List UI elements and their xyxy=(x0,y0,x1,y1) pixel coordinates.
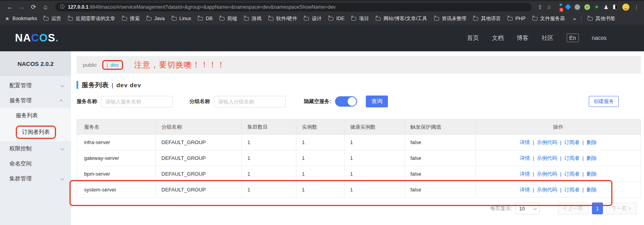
pin-extension-icon[interactable]: ♟ xyxy=(603,4,608,10)
bookmark-folder[interactable]: 运营 xyxy=(43,15,61,22)
service-name-input[interactable] xyxy=(101,96,173,107)
action-delete[interactable]: 删除 xyxy=(586,155,597,161)
sidebar-item-label: 服务列表 xyxy=(16,112,63,119)
page-title-namespace: dev dev xyxy=(116,82,141,88)
bookmarks-overflow-icon[interactable]: » xyxy=(573,16,576,22)
chevron-down-icon xyxy=(533,206,537,210)
green-star-extension-icon[interactable]: ✶ xyxy=(594,4,599,11)
action-sample-code[interactable]: 示例代码 xyxy=(537,155,557,161)
action-separator: | xyxy=(560,171,561,177)
bookmark-folder[interactable]: 项目 xyxy=(351,15,369,22)
sphere-extension-icon[interactable] xyxy=(575,4,580,10)
nav-blog[interactable]: 博客 xyxy=(517,34,529,42)
action-sample-code[interactable]: 示例代码 xyxy=(537,187,557,193)
username[interactable]: nacos xyxy=(592,35,607,41)
folder-icon xyxy=(507,17,513,21)
bookmark-folder[interactable]: Linux xyxy=(172,16,191,21)
namespace-public[interactable]: public xyxy=(83,62,97,68)
folder-icon xyxy=(268,17,273,21)
bookmark-folder[interactable]: 前端 xyxy=(219,15,237,22)
bookmark-folder[interactable]: 资讯未整理 xyxy=(434,15,467,22)
prev-page-button[interactable]: < 上一页 xyxy=(558,202,589,214)
sidebar-item-subscriber-list[interactable]: 订阅者列表 xyxy=(0,123,71,141)
action-delete[interactable]: 删除 xyxy=(586,187,597,193)
search-button[interactable]: 查询 xyxy=(366,96,388,107)
bookmark-folder[interactable]: 游戏 xyxy=(244,15,262,22)
green-circle-extension-icon[interactable] xyxy=(584,4,590,10)
action-sample-code[interactable]: 示例代码 xyxy=(537,139,557,145)
bookmark-folder[interactable]: 软件/硬件 xyxy=(268,15,297,22)
bookmark-folder[interactable]: 设计 xyxy=(304,15,322,22)
page-size-select[interactable]: 10 xyxy=(515,202,540,214)
bookmark-folder-label: 项目 xyxy=(359,15,369,22)
group-name-input[interactable] xyxy=(214,96,286,107)
hide-empty-service-toggle[interactable] xyxy=(335,96,357,107)
page-title: 服务列表 | dev dev xyxy=(77,80,641,90)
namespace-bar: public | dev 注意，要切换噢！！！！ xyxy=(77,56,641,73)
sidebar-item-cluster-management[interactable]: 集群管理 xyxy=(0,171,71,186)
share-icon[interactable]: ⇧ xyxy=(538,4,543,10)
bookmark-folder[interactable]: 文件服务器 xyxy=(532,15,565,22)
contrast-extension-icon[interactable] xyxy=(613,4,618,9)
bookmark-folder-label: 游戏 xyxy=(252,15,262,22)
bookmark-folder[interactable]: PHP xyxy=(507,16,526,21)
back-icon[interactable]: ← xyxy=(5,1,15,13)
bookmark-folder[interactable]: 网站/博客/文章/工具 xyxy=(376,15,427,22)
create-service-button[interactable]: 创建服务 xyxy=(589,96,619,107)
annotation-warning-text: 注意，要切换噢！！！！ xyxy=(134,60,225,70)
reload-icon[interactable]: ⟳ xyxy=(28,1,39,13)
language-toggle[interactable]: En xyxy=(567,34,579,42)
bookmark-folder-label: IDE xyxy=(336,16,344,21)
bookmark-folder[interactable]: DB xyxy=(198,16,212,21)
group-name-cell: DEFAULT_GROUP xyxy=(156,182,242,198)
group-name-cell: DEFAULT_GROUP xyxy=(156,135,242,150)
sidebar-item-config-management[interactable]: 配置管理 xyxy=(0,78,71,93)
action-detail[interactable]: 详情 xyxy=(520,187,530,193)
bookmark-folder[interactable]: 近期需要读的文章 xyxy=(68,15,115,22)
sidebar-item-service-management[interactable]: 服务管理 xyxy=(0,93,71,108)
bookmark-folder[interactable]: Java xyxy=(146,16,165,21)
home-icon[interactable]: ⌂ xyxy=(40,1,51,13)
profile-avatar[interactable] xyxy=(622,4,629,11)
action-detail[interactable]: 详情 xyxy=(520,171,530,177)
sidebar-item-namespace[interactable]: 命名空间 xyxy=(0,156,71,171)
bookmark-folder-label: 近期需要读的文章 xyxy=(76,15,115,22)
nacos-logo[interactable]: NACOS. xyxy=(15,32,59,44)
service-name-cell: bpm-server xyxy=(77,166,156,182)
bookmark-star-icon[interactable]: ☆ xyxy=(547,4,552,10)
page-size-value: 10 xyxy=(519,206,525,212)
bookmark-folder[interactable]: 搜索 xyxy=(122,15,140,22)
action-delete[interactable]: 删除 xyxy=(586,139,597,145)
protect-threshold-cell: false xyxy=(405,182,476,198)
sidebar-item-service-list[interactable]: 服务列表 xyxy=(0,108,71,123)
namespace-dev[interactable]: dev xyxy=(110,62,119,68)
action-delete[interactable]: 删除 xyxy=(586,171,597,177)
nav-home[interactable]: 首页 xyxy=(467,34,479,42)
group-name-cell: DEFAULT_GROUP xyxy=(156,150,242,166)
action-subscribers[interactable]: 订阅者 xyxy=(564,171,580,177)
bookmark-folder[interactable]: 其他语言 xyxy=(473,15,501,22)
action-detail[interactable]: 详情 xyxy=(520,139,530,145)
bookmarks-label[interactable]: Bookmarks xyxy=(13,16,37,21)
action-subscribers[interactable]: 订阅者 xyxy=(564,139,580,145)
action-sample-code[interactable]: 示例代码 xyxy=(537,171,557,177)
nav-community[interactable]: 社区 xyxy=(542,34,554,42)
bookmark-folder[interactable]: IDE xyxy=(328,16,344,21)
nav-docs[interactable]: 文档 xyxy=(492,34,504,42)
gem-extension-icon[interactable] xyxy=(565,4,571,10)
tab-groups-extension-icon[interactable]: 9 xyxy=(556,4,562,10)
other-bookmarks[interactable]: 其他书签 xyxy=(588,15,615,22)
folder-icon xyxy=(146,17,152,21)
action-subscribers[interactable]: 订阅者 xyxy=(564,187,580,193)
nacos-header: NACOS. 首页 文档 博客 社区 En nacos xyxy=(0,24,644,51)
current-page-button[interactable]: 1 xyxy=(592,202,603,214)
site-info-icon[interactable]: ⓘ xyxy=(60,4,65,10)
forward-icon[interactable]: → xyxy=(17,1,27,13)
kebab-menu-icon[interactable]: ⋮ xyxy=(634,4,639,10)
sidebar-item-permission-control[interactable]: 权限控制 xyxy=(0,141,71,156)
action-subscribers[interactable]: 订阅者 xyxy=(564,155,580,161)
next-page-button[interactable]: 下一页 > xyxy=(606,202,637,214)
address-bar[interactable]: ⓘ 127.0.0.1:8849/nacos/#/serviceManageme… xyxy=(55,3,532,11)
chevron-down-icon xyxy=(60,146,64,150)
action-detail[interactable]: 详情 xyxy=(520,155,530,161)
